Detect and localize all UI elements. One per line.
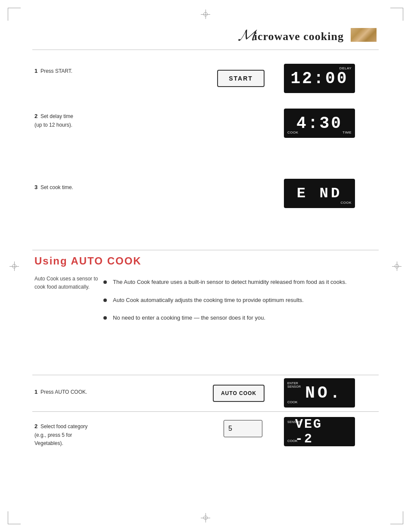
veg-text: VEG -2 [295, 417, 348, 446]
sensor-label-d5: SENSOR [287, 420, 301, 423]
time-label-d2: TIME [342, 131, 352, 134]
no-text: NO. [305, 384, 342, 402]
bullet-text-1: The Auto Cook feature uses a built-in se… [113, 278, 347, 286]
display-cook-time: COOK 4:30 TIME [284, 109, 355, 138]
rule-top [32, 50, 379, 50]
bullet-dot-2 [103, 299, 107, 302]
page-title: 𝓜icrowave cooking [238, 26, 344, 44]
step-1-label: 1 Press START. [34, 67, 121, 76]
delay-time-text: 12:00 [290, 69, 348, 88]
number-5-label: 5 [228, 425, 232, 432]
bullet-text-2: Auto Cook automatically adjusts the cook… [113, 296, 304, 305]
page-header: 𝓜icrowave cooking [238, 26, 377, 44]
cook-label-d5: COOK [287, 439, 298, 443]
delay-label: DELAY [339, 66, 352, 70]
rule-mid [32, 250, 379, 250]
cook-label-d3: COOK [340, 201, 352, 205]
start-button-label: START [229, 75, 253, 82]
bullet-item-2: Auto Cook automatically adjusts the cook… [103, 296, 377, 305]
bullet-dot-1 [103, 280, 107, 284]
bullet-list: The Auto Cook feature uses a built-in se… [103, 278, 377, 332]
display-veg: SENSOR VEG -2 COOK [284, 417, 355, 446]
enter-sensor-label: ENTERSENSOR [287, 382, 301, 389]
display-delay-time: DELAY 12:00 [284, 64, 355, 93]
auto-cook-button-label: AUTO COOK [221, 390, 256, 396]
bullet-dot-3 [103, 316, 107, 320]
autocook-step2-label: 2 Select food category(e.g., press 5 for… [34, 422, 121, 448]
step-3-label: 3 Set cook time. [34, 183, 121, 192]
bullet-item-3: No need to enter a cooking time — the se… [103, 314, 377, 322]
section-heading-autocook: Using AUTO COOK [34, 255, 142, 267]
bullet-text-3: No need to enter a cooking time — the se… [113, 314, 265, 322]
cook-label-d4: COOK [287, 400, 298, 404]
bullet-item-1: The Auto Cook feature uses a built-in se… [103, 278, 377, 286]
rule-bot2 [32, 411, 379, 412]
auto-cook-button[interactable]: AUTO COOK [213, 385, 265, 402]
header-decoration [351, 28, 377, 42]
display-end-cook: E ND COOK [284, 179, 355, 208]
cook-label-d2: COOK [287, 131, 299, 134]
rule-bot [32, 375, 379, 375]
start-button[interactable]: START [217, 70, 265, 87]
autocook-intro-text: Auto Cook uses a sensor to cook food aut… [34, 275, 99, 291]
end-cook-text: E ND [297, 185, 342, 202]
step-2-label: 2 Set delay time(up to 12 hours). [34, 112, 121, 129]
display-autocook-no: ENTERSENSOR NO. COOK [284, 378, 355, 408]
number-5-button[interactable]: 5 [224, 420, 262, 437]
cook-time-text: 4:30 [296, 114, 342, 133]
autocook-step1-label: 1 Press AUTO COOK. [34, 388, 121, 397]
